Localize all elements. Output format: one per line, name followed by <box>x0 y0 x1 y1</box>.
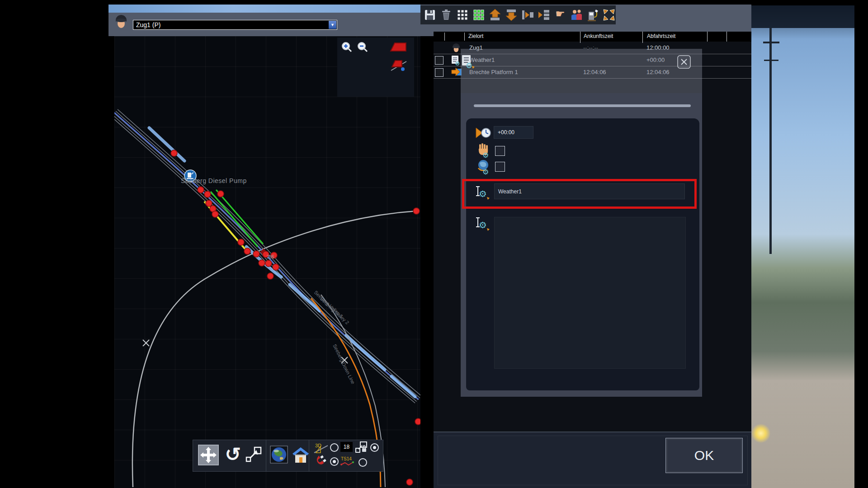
grid-small-button[interactable] <box>456 8 469 22</box>
row-checkbox[interactable] <box>435 68 443 77</box>
header-cell-empty <box>707 32 708 42</box>
select-pointer-button[interactable]: ☛ <box>553 7 567 21</box>
ts14-label: TS14 <box>341 456 352 461</box>
track-marker-cross <box>143 340 348 363</box>
svg-text:⚙: ⚙ <box>466 61 472 69</box>
gradient-3d-icon[interactable]: 3D <box>313 442 329 455</box>
route-map[interactable]: Seeberg Diesel Pump 206 Seeberg Valley 1… <box>114 36 420 488</box>
header-cell-empty <box>726 32 727 42</box>
pole-crossarm <box>764 60 778 61</box>
svg-text:⚙: ⚙ <box>479 189 487 199</box>
svg-text:⚙: ⚙ <box>482 168 489 175</box>
home-view-button[interactable] <box>292 446 310 464</box>
ts14-radio[interactable] <box>359 458 367 467</box>
dragged-weather-icon: ⚙ <box>461 54 475 69</box>
insert-after-button[interactable] <box>537 8 551 22</box>
link-lock-icon[interactable] <box>355 441 368 455</box>
snap-value-box[interactable]: 18 <box>340 442 353 452</box>
wait-checkbox[interactable] <box>495 146 505 156</box>
ok-button[interactable]: OK <box>665 438 743 473</box>
route-nodes[interactable] <box>171 150 420 485</box>
delete-button[interactable] <box>439 8 453 22</box>
header-cell-zielort[interactable]: Zielort <box>468 33 483 39</box>
row-checkbox[interactable] <box>435 56 443 65</box>
sky-strip <box>108 5 420 13</box>
weather-event-icon: ⚙ <box>451 55 462 66</box>
screen: Zug1 (P) ▼ ☛ <box>0 0 868 488</box>
train-selector[interactable]: Zug1 (P) ▼ <box>133 20 337 30</box>
weather-name-field[interactable]: Weather1 <box>494 183 685 199</box>
main-toolbar: ☛ <box>420 5 616 24</box>
move-down-button[interactable] <box>505 8 518 22</box>
rename-weather-gear-icon-2: ⚙ <box>474 216 491 231</box>
world-view-button[interactable] <box>270 446 288 464</box>
world-gear-icon: ⚙ <box>476 159 491 175</box>
driver-avatar <box>115 14 127 30</box>
bottom-action-panel: OK <box>434 432 751 488</box>
map-label-platform-2: Seeberg Valley 2 <box>319 296 350 325</box>
svg-text:⚙: ⚙ <box>455 60 460 66</box>
header-cell-empty <box>464 33 465 41</box>
map-label-diesel-pump: Seeberg Diesel Pump <box>181 177 247 184</box>
train-selector-value: Zug1 (P) <box>136 20 160 29</box>
lens-flare <box>751 424 770 443</box>
catenary-pole <box>769 28 772 254</box>
map-controls-panel <box>337 38 414 97</box>
game-world-strip <box>751 0 854 488</box>
world-checkbox[interactable] <box>495 162 505 172</box>
insert-before-button[interactable] <box>521 8 534 22</box>
close-button[interactable] <box>677 55 691 69</box>
magnet-radio[interactable] <box>330 457 339 466</box>
dialog-divider-handle[interactable] <box>474 104 691 107</box>
collapse-button[interactable] <box>602 8 616 22</box>
rotate-tool-button[interactable]: ↺ <box>223 444 243 465</box>
svg-text:⚙: ⚙ <box>482 151 489 159</box>
zoom-in-button[interactable] <box>340 41 353 53</box>
move-up-button[interactable] <box>488 8 502 22</box>
driver-row-icon <box>452 42 461 53</box>
departure-time-icon <box>475 126 492 140</box>
refuel-button[interactable] <box>586 8 599 22</box>
weather-notes-field[interactable] <box>494 217 686 369</box>
ts14-icon[interactable]: TS14 <box>340 455 355 466</box>
pan-tool-button[interactable] <box>198 445 219 465</box>
rename-weather-gear-icon: ⚙ <box>474 184 491 200</box>
map-canvas: Seeberg Diesel Pump 206 Seeberg Valley 1… <box>114 36 420 488</box>
gradient-radio[interactable] <box>330 443 339 452</box>
map-toolbar: ↺ 3D 18 TS14 <box>193 440 383 472</box>
left-edge-bar <box>0 0 108 488</box>
grid-large-button[interactable] <box>472 8 486 22</box>
departure-offset-field[interactable]: +00:00 <box>494 126 533 139</box>
pole-crossarm <box>763 42 779 43</box>
timetable-header: Zielort Ankunftszeit Abfahrtszeit <box>434 32 751 42</box>
magnet-snap-icon[interactable] <box>313 455 328 466</box>
zoom-out-button[interactable] <box>356 41 369 53</box>
passengers-button[interactable] <box>570 8 583 22</box>
instruction-dialog: +00:00 ⚙ ⚙ ⚙ Weather1 ⚙ <box>461 49 702 397</box>
map-label-206: 206 <box>267 254 274 259</box>
gradient-partial-button[interactable] <box>390 57 408 73</box>
link-radio[interactable] <box>370 443 379 452</box>
save-button[interactable] <box>423 8 437 22</box>
header-cell-empty <box>444 33 445 41</box>
gradient-3d-label: 3D <box>315 443 321 448</box>
right-edge-bar <box>854 0 868 488</box>
move-selection-button[interactable] <box>245 446 263 464</box>
svg-text:⚙: ⚙ <box>479 220 487 230</box>
wait-hand-gear-icon: ⚙ <box>476 143 491 159</box>
gradient-full-button[interactable] <box>389 42 407 52</box>
toolbar-divider <box>266 440 266 471</box>
dropdown-arrow-button[interactable]: ▼ <box>329 21 336 29</box>
